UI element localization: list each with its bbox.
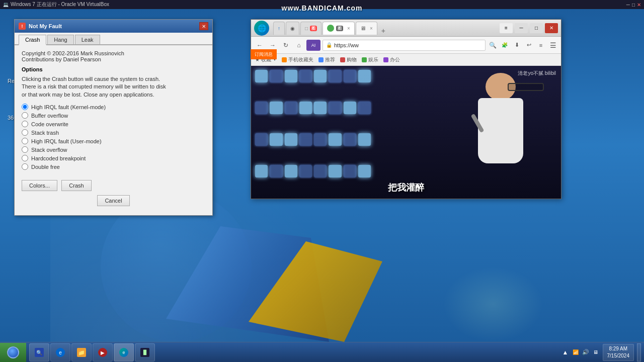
browser-maximize-button[interactable]: □ (530, 23, 543, 33)
browser-tab-3[interactable]: □ 图 (300, 22, 321, 35)
nmf-content: Copyright © 2002-2016 Mark RussinovichCo… (15, 45, 212, 215)
refresh-button[interactable]: ↻ (280, 40, 291, 51)
bilibili-logo: 清老yo不腻 bilibil (518, 70, 556, 77)
light-1 (255, 70, 268, 82)
nmf-copyright: Copyright © 2002-2016 Mark RussinovichCo… (22, 50, 205, 62)
address-bar[interactable]: 🔒 https://ww (323, 40, 486, 51)
bookmark-recommend[interactable]: 推荐 (318, 56, 335, 63)
browser-tab-1[interactable]: ↑ (273, 22, 285, 35)
tab-3-notification: 图 (310, 26, 317, 31)
browser-minimize-button[interactable]: ─ (515, 23, 528, 33)
taskbar-browser2-button[interactable]: e (114, 343, 134, 361)
secure-icon: 🔒 (326, 42, 332, 48)
radio-hardcoded-breakpoint[interactable]: Hardcoded breakpoint (22, 155, 205, 161)
bookmark-entertainment-label: 娱乐 (368, 56, 378, 63)
performer-body (478, 98, 523, 163)
tray-expand-button[interactable]: ▲ (561, 348, 570, 356)
radio-code-overwrite-input[interactable] (22, 121, 28, 127)
taskbar-explorer-button[interactable]: 📁 (71, 343, 92, 361)
radio-double-free-label: Double free (31, 164, 60, 170)
cancel-button[interactable]: Cancel (97, 195, 129, 206)
light-20 (299, 133, 312, 146)
start-button[interactable] (0, 343, 26, 362)
taskbar-ie-button[interactable]: e (50, 343, 70, 361)
tab-crash[interactable]: Crash (19, 35, 46, 45)
tab-1-icon: ↑ (278, 26, 280, 31)
taskbar-apps: 🔍 e 📁 ▶ (28, 342, 156, 362)
bookmark-entertainment[interactable]: 娱乐 (362, 56, 378, 63)
radio-high-irql-kernel[interactable]: High IRQL fault (Kernel-mode) (22, 104, 205, 110)
watermark-text: www.BANDICAM.com (282, 4, 363, 12)
radio-double-free-input[interactable] (22, 163, 28, 170)
radio-stack-overflow[interactable]: Stack overflow (22, 146, 205, 153)
bookmark-office[interactable]: 办公 (383, 56, 400, 63)
radio-high-irql-kernel-input[interactable] (22, 104, 28, 110)
colors-button[interactable]: Colors... (22, 180, 57, 191)
taskbar-taskman-button[interactable]: ▉ (135, 343, 155, 361)
light-31 (344, 165, 356, 177)
radio-stack-trash[interactable]: Stack trash (22, 129, 205, 136)
bookmark-mobile[interactable]: 手机收藏夹 (282, 56, 313, 63)
vbox-minimize-button[interactable]: ─ (626, 2, 630, 8)
nmf-app-icon: ! (19, 23, 26, 30)
extension-icon-1[interactable]: 🧩 (500, 40, 510, 50)
light-8 (358, 70, 371, 82)
taskbar-search-button[interactable]: 🔍 (29, 343, 49, 361)
radio-hardcoded-breakpoint-input[interactable] (22, 155, 28, 161)
radio-high-irql-user[interactable]: High IRQL fault (User-mode) (22, 138, 205, 144)
nmf-close-button[interactable]: ✕ (199, 22, 208, 30)
tab-leak[interactable]: Leak (75, 35, 100, 44)
search-toolbar-icon[interactable]: 🔍 (488, 40, 498, 50)
radio-code-overwrite[interactable]: Code overwrite (22, 121, 205, 127)
vbox-maximize-button[interactable]: □ (632, 2, 635, 8)
bookmark-shopping-icon (340, 57, 345, 62)
radio-buffer-overflow-input[interactable] (22, 112, 28, 119)
download-icon[interactable]: ⬇ (512, 40, 522, 50)
light-12 (299, 102, 312, 114)
nmf-tabs: Crash Hang Leak (15, 33, 212, 45)
bookmark-shopping[interactable]: 购物 (340, 56, 357, 63)
radio-high-irql-user-label: High IRQL fault (User-mode) (31, 138, 102, 144)
radio-code-overwrite-label: Code overwrite (31, 121, 68, 127)
crash-button[interactable]: Crash (61, 180, 92, 191)
radio-buffer-overflow[interactable]: Buffer overflow (22, 112, 205, 119)
tray-network-icon[interactable]: 📶 (572, 348, 580, 356)
show-desktop-button[interactable] (637, 343, 641, 361)
media-taskbar-icon: ▶ (98, 348, 107, 357)
home-button[interactable]: ⌂ (293, 40, 304, 51)
performer-area (450, 73, 551, 184)
taskbar-media-button[interactable]: ▶ (93, 343, 113, 361)
undo-icon[interactable]: ↩ (524, 40, 534, 50)
tab-5-close[interactable]: × (370, 26, 373, 31)
radio-double-free[interactable]: Double free (22, 163, 205, 170)
radio-stack-overflow-input[interactable] (22, 146, 28, 153)
tab-hang[interactable]: Hang (47, 35, 73, 44)
address-text: https://ww (334, 42, 359, 48)
new-tab-button[interactable]: + (378, 27, 388, 35)
browser-tab-2[interactable]: ◉ (286, 22, 299, 35)
light-15 (344, 102, 356, 114)
browser-tab-5[interactable]: 🖥 × (356, 22, 377, 35)
virtualbox-controls: ─ □ ✕ (626, 2, 641, 8)
orange-notification-tab[interactable]: 订阅消息 (251, 49, 277, 59)
ai-button[interactable]: AI (306, 40, 320, 51)
tray-display-icon[interactable]: 🖥 (592, 348, 600, 356)
browser-settings-button[interactable]: ≡ (500, 23, 513, 33)
radio-stack-trash-input[interactable] (22, 129, 28, 136)
layers-icon[interactable]: ≡ (536, 40, 546, 50)
light-14 (329, 102, 341, 114)
light-5 (314, 70, 327, 82)
browser-content: ▶ (251, 66, 561, 199)
tray-volume-icon[interactable]: 🔊 (582, 348, 590, 356)
light-26 (270, 165, 282, 177)
menu-icon[interactable]: ☰ (548, 40, 558, 50)
radio-high-irql-user-input[interactable] (22, 138, 28, 144)
browser-tab-4[interactable]: 图 × (323, 22, 355, 35)
light-19 (285, 133, 297, 146)
light-10 (270, 102, 282, 114)
taskbar-clock[interactable]: 8:29 AM 7/15/2024 (603, 344, 634, 361)
radio-hardcoded-breakpoint-label: Hardcoded breakpoint (31, 155, 86, 161)
tab-4-close[interactable]: × (347, 26, 350, 31)
browser-close-button[interactable]: ✕ (545, 23, 558, 33)
vbox-close-button[interactable]: ✕ (637, 2, 641, 8)
